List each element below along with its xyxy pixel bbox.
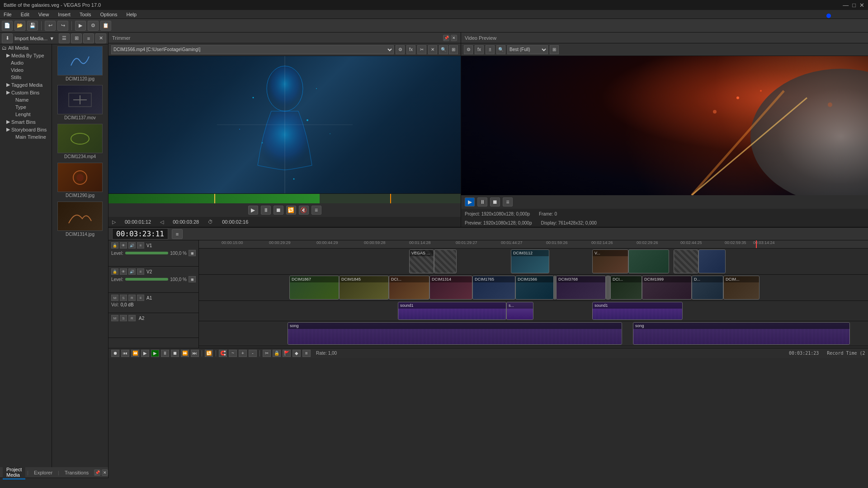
- trimmer-close2-button[interactable]: ✕: [428, 45, 437, 54]
- menu-insert[interactable]: Insert: [56, 11, 72, 18]
- tree-item-video[interactable]: Video: [0, 66, 52, 74]
- panel-close-button[interactable]: ✕: [102, 469, 108, 476]
- vp-zoom-button[interactable]: 🔍: [496, 45, 505, 54]
- tab-transitions[interactable]: Transitions: [61, 469, 92, 476]
- timeline-menu-button[interactable]: ≡: [172, 229, 183, 239]
- clip-a1-sound1-1[interactable]: sound1: [398, 302, 506, 320]
- clip-a2-song1[interactable]: song: [288, 322, 622, 345]
- tree-item-all-media[interactable]: 🗂 All Media: [0, 44, 52, 52]
- track-v2-level-btn[interactable]: ◼: [189, 276, 196, 282]
- tree-item-tagged-media[interactable]: ▶ Tagged Media: [0, 81, 52, 89]
- pause-button[interactable]: ⏸: [261, 206, 271, 215]
- redo-button[interactable]: ↪: [57, 21, 68, 31]
- open-button[interactable]: 📂: [14, 21, 25, 31]
- tree-item-type[interactable]: Type: [0, 103, 52, 111]
- vp-fx-button[interactable]: fx: [475, 45, 484, 54]
- thumb-item-2[interactable]: DCIM1234.mp4: [54, 124, 106, 159]
- trimmer-pin-button[interactable]: 📌: [443, 35, 449, 41]
- clip-v1-dcim3112[interactable]: DCIM3112: [511, 249, 549, 273]
- vp-grid2-button[interactable]: ⊞: [550, 45, 559, 54]
- track-a2-mute[interactable]: M: [111, 315, 118, 321]
- save-button[interactable]: 💾: [27, 21, 38, 31]
- bt-zoom-in-button[interactable]: +: [239, 350, 247, 357]
- bt-play-loop-button[interactable]: ▶: [151, 350, 159, 357]
- trimmer-zoom-button[interactable]: 🔍: [439, 45, 448, 54]
- menu-edit[interactable]: Edit: [19, 11, 31, 18]
- vp-settings-button[interactable]: ⚙: [464, 45, 473, 54]
- track-v2-eye[interactable]: 👁: [120, 268, 127, 275]
- track-v1-level-btn[interactable]: ◼: [189, 250, 196, 256]
- clip-v1-v1[interactable]: V...: [592, 249, 628, 273]
- track-a1-mute[interactable]: M: [111, 295, 118, 301]
- clip-v2-d[interactable]: D...: [692, 276, 723, 300]
- bt-ripple-button[interactable]: ~: [229, 350, 237, 357]
- settings-button[interactable]: ⚙: [88, 21, 99, 31]
- menu-options[interactable]: Options: [99, 11, 119, 18]
- tree-item-storyboard-bins[interactable]: ▶ Storyboard Bins: [0, 126, 52, 133]
- more-button[interactable]: ≡: [311, 206, 321, 215]
- bt-cut-button[interactable]: ✂: [263, 350, 271, 357]
- clip-a2-song2[interactable]: song: [633, 322, 850, 345]
- track-v1-lock[interactable]: 🔒: [111, 242, 118, 249]
- bt-end-button[interactable]: ⏭: [191, 350, 199, 357]
- bt-prev-button[interactable]: ⏪: [131, 350, 139, 357]
- clip-v2-dcim3768[interactable]: DCIM3768: [556, 276, 606, 300]
- track-a1-arm[interactable]: R: [128, 295, 136, 301]
- play-button[interactable]: ▶: [248, 206, 258, 215]
- bt-more2-button[interactable]: ≡: [302, 350, 311, 357]
- clip-v2-dcim1999[interactable]: DCIM1999: [642, 276, 692, 300]
- bt-snap-button[interactable]: 🧲: [219, 350, 227, 357]
- clip-v1-transparent-2[interactable]: [434, 249, 457, 273]
- trimmer-file-select[interactable]: DCIM1566.mp4 [C:\User\Footage\Gaming\]: [111, 45, 394, 54]
- panel-pin-button[interactable]: 📌: [94, 469, 100, 476]
- playhead[interactable]: [756, 240, 757, 248]
- undo-button[interactable]: ↩: [45, 21, 56, 31]
- clip-v2-dci[interactable]: DCI...: [389, 276, 429, 300]
- view-detail-button[interactable]: ≡: [83, 33, 94, 43]
- vp-pause-button[interactable]: ⏸: [477, 197, 487, 206]
- render-button[interactable]: ▶: [75, 21, 86, 31]
- tree-item-lenght[interactable]: Lenght: [0, 111, 52, 118]
- loop-button[interactable]: 🔁: [286, 206, 296, 215]
- close-import-button[interactable]: ✕: [95, 33, 106, 43]
- mute-button[interactable]: 🔇: [299, 206, 309, 215]
- track-a1-solo[interactable]: S: [120, 295, 127, 301]
- clip-v1-v2[interactable]: [628, 249, 669, 273]
- menu-help[interactable]: Help: [124, 11, 138, 18]
- menu-file[interactable]: File: [2, 11, 14, 18]
- view-list-button[interactable]: ☰: [59, 33, 70, 43]
- track-a1-expand[interactable]: ≡: [137, 295, 144, 301]
- track-v2-level-slider[interactable]: [125, 278, 169, 281]
- import-dropdown-icon[interactable]: ▼: [49, 36, 54, 41]
- bt-next-button[interactable]: ⏩: [181, 350, 189, 357]
- tree-item-main-timeline[interactable]: Main Timeline: [0, 133, 52, 141]
- track-v2-speaker[interactable]: 🔊: [128, 268, 136, 275]
- clip-v2-dcim1314[interactable]: DCIM1314: [429, 276, 472, 300]
- vp-play-button[interactable]: ▶: [465, 197, 475, 206]
- stop-button[interactable]: ⏹: [274, 206, 283, 215]
- properties-button[interactable]: 📋: [100, 21, 111, 31]
- track-v1-level-slider[interactable]: [125, 252, 169, 254]
- track-v1-speaker[interactable]: 🔊: [128, 242, 136, 249]
- thumb-item-4[interactable]: DCIM1314.jpg: [54, 202, 106, 237]
- tab-explorer[interactable]: Explorer: [30, 469, 56, 476]
- tree-item-custom-bins[interactable]: ▶ Custom Bins: [0, 89, 52, 96]
- bt-record-button[interactable]: ⏺: [111, 350, 119, 357]
- new-button[interactable]: 📄: [2, 21, 13, 31]
- trimmer-close-button[interactable]: ✕: [451, 35, 457, 41]
- bt-stop-button[interactable]: ⏹: [171, 350, 179, 357]
- clip-v2-dcim1867[interactable]: DCIM1867: [289, 276, 339, 300]
- track-a2-solo[interactable]: S: [120, 315, 127, 321]
- menu-tools[interactable]: Tools: [78, 11, 93, 18]
- trimmer-fx-button[interactable]: fx: [406, 45, 415, 54]
- vp-stop-button[interactable]: ⏹: [490, 197, 500, 206]
- bt-play-button[interactable]: ▶: [141, 350, 149, 357]
- bt-pause-button[interactable]: ⏸: [161, 350, 169, 357]
- bt-rewind-button[interactable]: ⏮: [121, 350, 129, 357]
- vp-quality-select[interactable]: Best (Full): [507, 45, 548, 54]
- vp-menu-button[interactable]: ≡: [503, 197, 513, 206]
- thumb-item-3[interactable]: DCIM1290.jpg: [54, 163, 106, 198]
- bt-marker-button[interactable]: ◆: [292, 350, 301, 357]
- track-a2-arm[interactable]: R: [128, 315, 136, 321]
- trimmer-grid-button[interactable]: ⊞: [449, 45, 458, 54]
